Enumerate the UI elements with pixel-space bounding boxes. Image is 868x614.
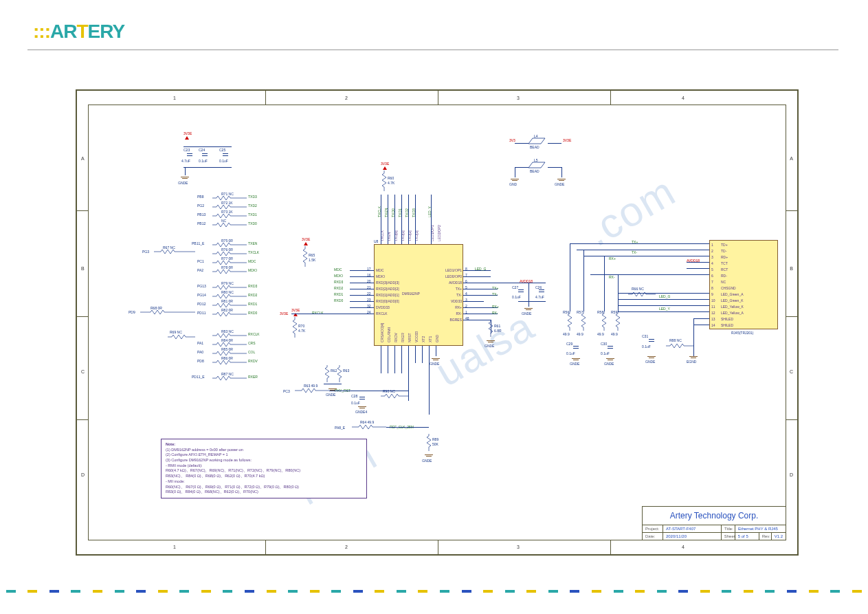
net-label: TXD1 bbox=[248, 212, 257, 217]
ref-label: R79 NC bbox=[221, 281, 234, 285]
wire bbox=[515, 167, 528, 168]
wire bbox=[561, 167, 562, 177]
pin-num: 48 bbox=[465, 316, 469, 320]
net-label: TXCLK bbox=[248, 250, 259, 254]
mcu-pin: PA1 bbox=[197, 341, 203, 345]
resistor-r68 bbox=[140, 309, 195, 316]
net-label: TXD0 bbox=[391, 208, 395, 217]
net-label: TXD0 bbox=[248, 221, 257, 226]
zone-tick bbox=[786, 316, 797, 317]
zone-col: 2 bbox=[345, 96, 348, 100]
net-label: RXD2 bbox=[334, 286, 343, 290]
power-label: 3V3E bbox=[291, 308, 300, 312]
ref-label: R82 0R bbox=[221, 308, 233, 312]
value-label: 0.1uF bbox=[351, 401, 360, 405]
ref-label: R73 1K bbox=[221, 210, 233, 214]
zone-tick bbox=[786, 419, 797, 420]
net-label: CRS bbox=[248, 341, 256, 345]
wire bbox=[693, 318, 709, 319]
pin: LED_Yellow_A bbox=[721, 310, 744, 316]
mcu-pin: PA0 bbox=[197, 350, 203, 354]
zone-row: C bbox=[81, 369, 85, 374]
title-label: Title: bbox=[722, 525, 735, 532]
resistor-r57 bbox=[580, 311, 587, 331]
net-label: TX- bbox=[632, 250, 637, 254]
ic-pin-label: MDC bbox=[376, 268, 383, 272]
ref-label: R81 0R bbox=[221, 299, 233, 303]
ref-label: R72 1K bbox=[221, 201, 233, 205]
ref-label: R76 0R bbox=[221, 248, 233, 252]
value-label: 4.7K bbox=[298, 329, 305, 333]
ref-label: R58 bbox=[597, 310, 603, 314]
resistor-r63 bbox=[336, 365, 343, 382]
wire bbox=[577, 250, 709, 250]
ref-label: C26 bbox=[535, 285, 542, 289]
note-line: (3) Configure DM9162NP working mode as f… bbox=[166, 458, 362, 463]
wire bbox=[570, 243, 709, 244]
wire bbox=[324, 384, 342, 384]
value-label: 49.9 bbox=[597, 332, 604, 336]
zone-col: 1 bbox=[173, 545, 176, 549]
value-label: 0.1uF bbox=[512, 295, 521, 299]
power-label: 3V3E bbox=[563, 138, 571, 142]
resistor-r58 bbox=[601, 311, 608, 331]
power-arrow-icon bbox=[185, 136, 189, 140]
net-label: MDIO bbox=[248, 268, 257, 272]
net-label: TXEN bbox=[248, 241, 257, 245]
net-label: RXD3 bbox=[334, 280, 343, 284]
ref-label: R87 NC bbox=[221, 372, 234, 376]
ic-pin-label: COL/RMII bbox=[387, 327, 391, 342]
note-line: R60(NC)、 R67(0 Ω)、R69(0 Ω)、R71(0 Ω)、R72(… bbox=[166, 485, 362, 490]
net-label: TXD3 bbox=[248, 195, 257, 199]
wire bbox=[183, 167, 232, 168]
ref-label: R75 0R bbox=[221, 239, 233, 243]
pin-num: 5 bbox=[465, 285, 467, 289]
zone-row: D bbox=[790, 472, 793, 477]
ref-label: R60 bbox=[388, 176, 394, 180]
net-label: RX- bbox=[492, 311, 498, 315]
net-label: TXEN bbox=[384, 208, 388, 217]
ic-pin-label: DVDD33 bbox=[376, 305, 390, 309]
sheet-value: 5 of 5 bbox=[735, 533, 759, 540]
net-label: LED_G bbox=[475, 267, 486, 271]
ref-label: R77 0R bbox=[221, 256, 233, 261]
value-label: 49.9 bbox=[563, 332, 570, 336]
ref-label: R89 bbox=[432, 437, 438, 441]
wire bbox=[329, 391, 408, 391]
ref-label: R84 0R bbox=[221, 338, 233, 342]
ic-pin-label: RXDV bbox=[394, 333, 398, 342]
mcu-pin: PC1 bbox=[197, 259, 204, 263]
ic-pin-label: LED1/OP1 bbox=[437, 268, 462, 272]
resistor-r89 bbox=[425, 434, 432, 451]
note-title: Note: bbox=[166, 442, 362, 448]
pin: SHILED bbox=[721, 316, 744, 322]
gnd-label: GNDE bbox=[522, 311, 531, 316]
pin-num: 17 bbox=[367, 267, 371, 271]
net-label: RX+ bbox=[609, 256, 616, 261]
mcu-pin: PB8 bbox=[197, 195, 203, 199]
ref-label: R63 bbox=[343, 369, 349, 373]
ic-pin-label: RX- bbox=[451, 311, 462, 316]
rev-value: V1.2 bbox=[772, 533, 786, 540]
net-label: RXCLK bbox=[312, 311, 324, 315]
wire bbox=[388, 195, 388, 244]
wire bbox=[687, 268, 709, 269]
pin: LED_Green_K bbox=[721, 298, 744, 304]
date-value: 2020/11/20 bbox=[663, 533, 722, 540]
net-label: RXD1 bbox=[248, 302, 257, 306]
gnd-label: GNDE bbox=[178, 181, 188, 185]
ref-label: R88 NC bbox=[669, 338, 682, 342]
rj45-pin-names: TD+ TD- RD+ TCT RCT RD- NC CHSGND LED_Gr… bbox=[721, 242, 744, 329]
zone-row: B bbox=[790, 266, 793, 271]
power-label: 3V3 bbox=[509, 138, 515, 142]
rev-label: Rev: bbox=[759, 533, 772, 540]
note-line: R60(4.7 kΩ)、R67(NC)、R69(NC)、R71(NC)、R72(… bbox=[166, 468, 362, 474]
mcu-pin: PG14 bbox=[197, 293, 206, 297]
net-label: RXCLK bbox=[248, 332, 260, 336]
pin: NC bbox=[721, 279, 744, 285]
net-label: RXD0 bbox=[248, 311, 257, 315]
net-label: RXD2 bbox=[248, 293, 257, 297]
net-label: TXCLK bbox=[377, 206, 381, 217]
wire bbox=[401, 346, 402, 373]
net-label: TX+ bbox=[632, 240, 638, 244]
